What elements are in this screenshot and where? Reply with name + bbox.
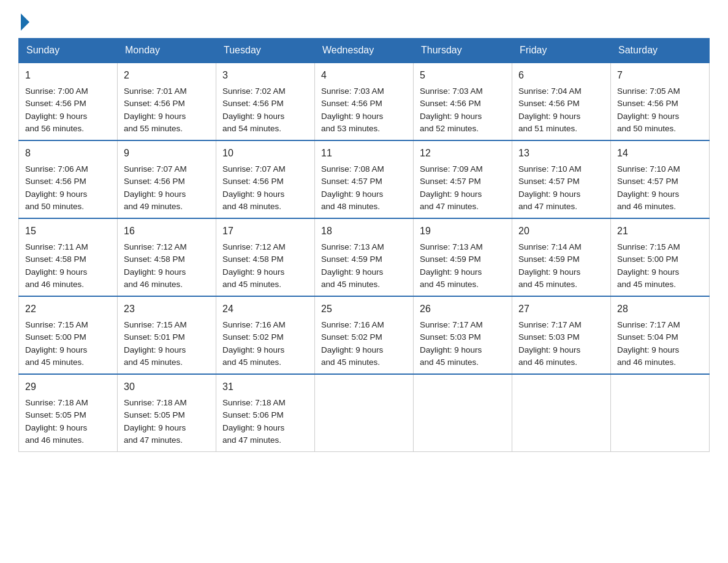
daylight-info: Daylight: 9 hours: [420, 267, 482, 277]
sunrise-info: Sunrise: 7:12 AM: [222, 242, 286, 251]
calendar-cell: 24Sunrise: 7:16 AMSunset: 5:02 PMDayligh…: [216, 296, 315, 374]
daylight-info: Daylight: 9 hours: [222, 423, 284, 432]
calendar-cell: 21Sunrise: 7:15 AMSunset: 5:00 PMDayligh…: [611, 218, 710, 296]
day-number: 8: [25, 146, 111, 161]
calendar-cell: 5Sunrise: 7:03 AMSunset: 4:56 PMDaylight…: [414, 63, 512, 140]
sunset-info: Sunset: 4:56 PM: [420, 99, 481, 108]
daylight-info: and 46 minutes.: [617, 202, 676, 211]
calendar-week-row: 22Sunrise: 7:15 AMSunset: 5:00 PMDayligh…: [19, 296, 710, 374]
daylight-info: Daylight: 9 hours: [321, 345, 383, 354]
daylight-info: and 46 minutes.: [124, 280, 183, 289]
calendar-cell: 1Sunrise: 7:00 AMSunset: 4:56 PMDaylight…: [19, 63, 118, 140]
day-number: 22: [25, 302, 111, 316]
daylight-info: and 55 minutes.: [124, 124, 183, 133]
sunset-info: Sunset: 4:57 PM: [420, 177, 481, 186]
calendar-cell: 20Sunrise: 7:14 AMSunset: 4:59 PMDayligh…: [512, 218, 611, 296]
sunset-info: Sunset: 5:04 PM: [617, 332, 678, 342]
daylight-info: and 53 minutes.: [321, 124, 380, 133]
day-number: 19: [420, 224, 506, 239]
weekday-header-sunday: Sunday: [19, 39, 118, 63]
daylight-info: Daylight: 9 hours: [25, 423, 87, 432]
daylight-info: Daylight: 9 hours: [124, 190, 186, 199]
sunset-info: Sunset: 4:56 PM: [518, 99, 580, 108]
day-number: 14: [617, 146, 703, 161]
daylight-info: and 45 minutes.: [321, 358, 380, 367]
calendar-cell: 11Sunrise: 7:08 AMSunset: 4:57 PMDayligh…: [315, 140, 414, 218]
calendar-cell: 25Sunrise: 7:16 AMSunset: 5:02 PMDayligh…: [315, 296, 414, 374]
daylight-info: and 45 minutes.: [321, 280, 380, 289]
sunset-info: Sunset: 5:00 PM: [25, 332, 86, 342]
day-number: 11: [321, 146, 407, 161]
daylight-info: and 45 minutes.: [518, 280, 577, 289]
daylight-info: and 46 minutes.: [25, 280, 84, 289]
weekday-header-tuesday: Tuesday: [216, 39, 315, 63]
sunrise-info: Sunrise: 7:17 AM: [420, 320, 483, 329]
sunset-info: Sunset: 4:56 PM: [124, 177, 185, 186]
calendar-cell: 27Sunrise: 7:17 AMSunset: 5:03 PMDayligh…: [512, 296, 611, 374]
daylight-info: Daylight: 9 hours: [222, 345, 284, 354]
calendar-cell: 31Sunrise: 7:18 AMSunset: 5:06 PMDayligh…: [216, 374, 315, 452]
daylight-info: and 54 minutes.: [222, 124, 281, 133]
sunrise-info: Sunrise: 7:03 AM: [420, 86, 483, 96]
daylight-info: and 45 minutes.: [222, 358, 281, 367]
day-number: 24: [222, 302, 308, 316]
day-number: 17: [222, 224, 308, 239]
calendar-cell: 30Sunrise: 7:18 AMSunset: 5:05 PMDayligh…: [118, 374, 216, 452]
daylight-info: and 51 minutes.: [518, 124, 577, 133]
day-number: 21: [617, 224, 703, 239]
daylight-info: Daylight: 9 hours: [25, 267, 87, 277]
calendar-cell: 13Sunrise: 7:10 AMSunset: 4:57 PMDayligh…: [512, 140, 611, 218]
calendar-cell: 19Sunrise: 7:13 AMSunset: 4:59 PMDayligh…: [414, 218, 512, 296]
weekday-header-saturday: Saturday: [611, 39, 710, 63]
calendar-cell: 7Sunrise: 7:05 AMSunset: 4:56 PMDaylight…: [611, 63, 710, 140]
daylight-info: Daylight: 9 hours: [25, 190, 87, 199]
sunrise-info: Sunrise: 7:01 AM: [124, 86, 187, 96]
calendar-cell: 4Sunrise: 7:03 AMSunset: 4:56 PMDaylight…: [315, 63, 414, 140]
day-number: 15: [25, 224, 111, 239]
daylight-info: and 48 minutes.: [321, 202, 380, 211]
calendar-cell: 10Sunrise: 7:07 AMSunset: 4:56 PMDayligh…: [216, 140, 315, 218]
day-number: 28: [617, 302, 703, 316]
daylight-info: and 46 minutes.: [617, 358, 676, 367]
calendar-cell: 18Sunrise: 7:13 AMSunset: 4:59 PMDayligh…: [315, 218, 414, 296]
sunset-info: Sunset: 4:56 PM: [321, 99, 382, 108]
daylight-info: Daylight: 9 hours: [25, 345, 87, 354]
calendar-cell: 28Sunrise: 7:17 AMSunset: 5:04 PMDayligh…: [611, 296, 710, 374]
weekday-header-row: SundayMondayTuesdayWednesdayThursdayFrid…: [19, 39, 710, 63]
calendar-table: SundayMondayTuesdayWednesdayThursdayFrid…: [18, 38, 710, 452]
daylight-info: and 49 minutes.: [124, 202, 183, 211]
logo-arrow-icon: [21, 13, 29, 31]
sunrise-info: Sunrise: 7:15 AM: [124, 320, 187, 329]
sunset-info: Sunset: 4:56 PM: [25, 177, 86, 186]
sunrise-info: Sunrise: 7:11 AM: [25, 242, 88, 251]
daylight-info: and 45 minutes.: [420, 280, 479, 289]
sunset-info: Sunset: 4:56 PM: [222, 177, 284, 186]
calendar-week-row: 29Sunrise: 7:18 AMSunset: 5:05 PMDayligh…: [19, 374, 710, 452]
sunset-info: Sunset: 4:58 PM: [25, 255, 86, 264]
day-number: 23: [124, 302, 210, 316]
daylight-info: Daylight: 9 hours: [617, 345, 679, 354]
sunrise-info: Sunrise: 7:18 AM: [25, 398, 88, 407]
calendar-week-row: 15Sunrise: 7:11 AMSunset: 4:58 PMDayligh…: [19, 218, 710, 296]
day-number: 25: [321, 302, 407, 316]
sunrise-info: Sunrise: 7:17 AM: [617, 320, 680, 329]
sunrise-info: Sunrise: 7:18 AM: [124, 398, 187, 407]
sunrise-info: Sunrise: 7:15 AM: [617, 242, 680, 251]
daylight-info: Daylight: 9 hours: [124, 345, 186, 354]
logo: [18, 12, 29, 28]
daylight-info: and 47 minutes.: [518, 202, 577, 211]
daylight-info: Daylight: 9 hours: [420, 190, 482, 199]
sunrise-info: Sunrise: 7:06 AM: [25, 164, 88, 174]
daylight-info: Daylight: 9 hours: [617, 112, 679, 121]
daylight-info: Daylight: 9 hours: [124, 112, 186, 121]
calendar-cell: 17Sunrise: 7:12 AMSunset: 4:58 PMDayligh…: [216, 218, 315, 296]
sunset-info: Sunset: 5:02 PM: [222, 332, 284, 342]
sunrise-info: Sunrise: 7:16 AM: [222, 320, 286, 329]
day-number: 3: [222, 68, 308, 83]
daylight-info: and 45 minutes.: [420, 358, 479, 367]
day-number: 6: [518, 68, 604, 83]
daylight-info: Daylight: 9 hours: [518, 112, 580, 121]
page-header: [18, 12, 710, 28]
daylight-info: and 48 minutes.: [222, 202, 281, 211]
calendar-cell: [315, 374, 414, 452]
